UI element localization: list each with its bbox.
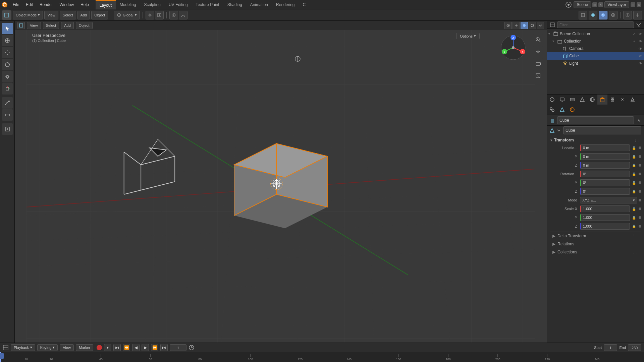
menu-help[interactable]: Help [77, 0, 92, 9]
location-z-lock[interactable]: 🔒 [631, 162, 637, 169]
location-z-keyframe[interactable] [639, 164, 641, 167]
jump-to-end-button[interactable]: ⏭ [160, 344, 168, 351]
light-visibility[interactable]: 👁 [638, 61, 643, 66]
location-y-field[interactable]: 0 m [580, 153, 630, 160]
view-menu[interactable]: View [44, 11, 58, 19]
outliner-expand-collection[interactable]: ▾ [552, 40, 557, 43]
scale-z-keyframe[interactable] [639, 225, 641, 228]
move-tool[interactable] [2, 47, 13, 58]
zoom-in-button[interactable] [533, 34, 543, 45]
mode-selector[interactable]: Object Mode ▾ [13, 11, 43, 19]
collections-section[interactable]: ▶ Collections ⋮⋮ [550, 248, 641, 256]
viewport-options-button[interactable]: Options ▾ [456, 33, 480, 39]
view-menu-tl[interactable]: View [60, 344, 74, 351]
scale-y-field[interactable]: 1.000 [580, 214, 630, 221]
outliner-mode-icon[interactable] [550, 22, 555, 27]
rotation-mode-keyframe[interactable] [639, 199, 641, 201]
viewport-type-menu[interactable] [17, 22, 25, 29]
outliner-cube[interactable]: Cube 👁 [547, 52, 644, 60]
location-y-lock[interactable]: 🔒 [631, 153, 637, 160]
marker-menu[interactable]: Marker [76, 344, 93, 351]
scene-close-icon[interactable]: × [598, 2, 603, 7]
rotation-z-keyframe[interactable] [639, 190, 641, 193]
camera-view-button[interactable] [533, 58, 543, 69]
menu-window[interactable]: Window [56, 0, 77, 9]
tab-layout[interactable]: Layout [96, 0, 116, 9]
scale-y-lock[interactable]: 🔒 [631, 214, 637, 221]
prop-icon-material[interactable] [567, 105, 577, 115]
object-menu[interactable]: Object [91, 11, 108, 19]
tab-compositing[interactable]: C [299, 0, 310, 9]
prop-icon-view-layer[interactable] [567, 95, 577, 105]
rotation-x-field[interactable]: 0° [580, 171, 630, 177]
tab-animation[interactable]: Animation [246, 0, 272, 9]
scale-x-field[interactable]: 1.000 [580, 205, 630, 212]
prop-icon-world[interactable] [587, 95, 597, 105]
menu-render[interactable]: Render [36, 0, 56, 9]
transform-pin[interactable]: ⋮⋮ [634, 138, 641, 142]
scale-z-field[interactable]: 1.000 [580, 223, 630, 230]
playback-menu[interactable]: Playback ▾ [11, 344, 35, 351]
tab-rendering[interactable]: Rendering [272, 0, 299, 9]
rotation-y-keyframe[interactable] [639, 181, 641, 184]
timeline-frame-numbers[interactable]: 110204060801001201401601802002202401 [0, 352, 644, 362]
viewport-material-preview-active[interactable] [521, 22, 528, 29]
cursor-tool[interactable] [2, 35, 13, 46]
prop-icon-data[interactable] [557, 105, 567, 115]
wireframe-toggle[interactable] [579, 11, 587, 19]
snap-type-icon[interactable] [155, 11, 164, 19]
viewport-navigation-gizmo[interactable]: Z X Y [500, 34, 527, 61]
relations-section[interactable]: ▶ Relations ⋮⋮ [550, 240, 641, 248]
record-button[interactable] [97, 345, 102, 350]
rendered-shading[interactable] [609, 11, 618, 19]
current-frame-display[interactable]: 1 [170, 344, 186, 351]
scale-y-keyframe[interactable] [639, 216, 641, 219]
rotation-y-lock[interactable]: 🔒 [631, 179, 637, 186]
tab-sculpting[interactable]: Sculpting [140, 0, 165, 9]
outliner-scene-collection[interactable]: ▾ Scene Collection ✓ 👁 [547, 30, 644, 38]
prop-icon-render[interactable] [547, 95, 557, 105]
prop-icon-scene[interactable] [577, 95, 587, 105]
expand-keyframe-channels[interactable]: ▾ [104, 344, 111, 351]
tab-uv-editing[interactable]: UV Editing [165, 0, 192, 9]
outliner-search[interactable] [557, 21, 634, 28]
fake-user-icon[interactable]: ★ [636, 118, 641, 123]
overlays-icon[interactable] [623, 11, 632, 19]
solid-shading[interactable] [589, 11, 597, 19]
material-preview[interactable] [599, 11, 607, 19]
collection-checkbox[interactable]: ✓ [632, 39, 637, 44]
delta-transform-pin[interactable]: ⋮⋮ [632, 234, 639, 238]
prop-icon-object[interactable] [597, 95, 607, 105]
proportional-edit-icon[interactable] [169, 11, 178, 19]
scale-z-lock[interactable]: 🔒 [631, 223, 637, 230]
add-object-tool[interactable] [2, 123, 13, 135]
rotation-z-field[interactable]: 0° [580, 188, 630, 195]
jump-to-start-button[interactable]: ⏮ [113, 344, 121, 351]
rotation-z-lock[interactable]: 🔒 [631, 188, 637, 195]
prop-icon-output[interactable] [557, 95, 567, 105]
viewlayer-name[interactable]: ViewLayer [604, 1, 629, 8]
scale-tool[interactable] [2, 71, 13, 82]
prop-icon-modifiers[interactable] [607, 95, 618, 105]
keying-menu[interactable]: Keying ▾ [37, 344, 58, 351]
viewlayer-expand-icon[interactable]: ⊞ [631, 2, 635, 7]
snap-icon[interactable] [146, 11, 154, 19]
location-x-field[interactable]: 0 m [580, 144, 630, 151]
step-forward-button[interactable]: ⏩ [151, 344, 158, 351]
play-back-button[interactable]: ◀ [132, 344, 140, 351]
mesh-name-input[interactable] [563, 126, 641, 134]
engine-icon[interactable] [565, 1, 572, 8]
outliner-light[interactable]: Light 👁 [547, 60, 644, 67]
add-menu[interactable]: Add [77, 11, 90, 19]
rotation-x-lock[interactable]: 🔒 [631, 171, 637, 177]
mesh-dropdown-icon[interactable] [556, 128, 561, 133]
scene-expand-icon[interactable]: ⊞ [592, 2, 597, 7]
relations-pin[interactable]: ⋮⋮ [632, 242, 639, 246]
outliner-camera[interactable]: Camera 👁 [547, 45, 644, 52]
menu-edit[interactable]: Edit [22, 0, 36, 9]
blender-logo[interactable] [0, 0, 9, 9]
viewport-object-menu[interactable]: Object [76, 22, 93, 29]
tab-modeling[interactable]: Modeling [116, 0, 140, 9]
viewport-view-menu[interactable]: View [27, 22, 41, 29]
location-z-field[interactable]: 0 m [580, 162, 630, 169]
